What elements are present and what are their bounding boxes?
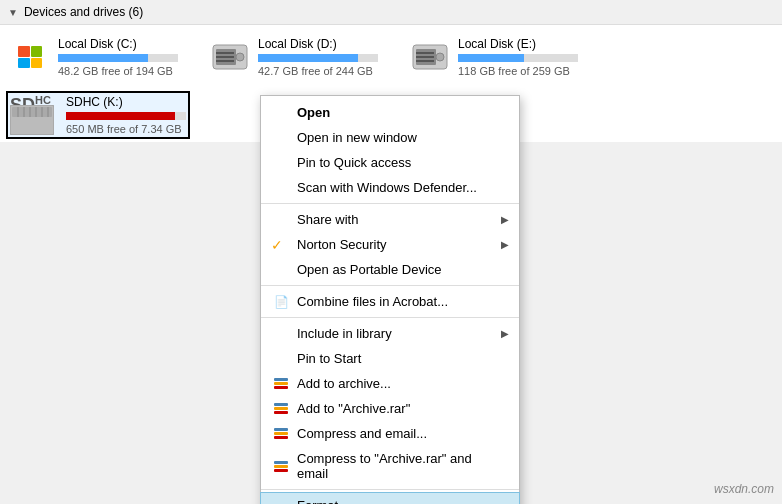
acrobat-icon: 📄 — [271, 295, 291, 309]
submenu-arrow-norton: ▶ — [501, 239, 509, 250]
drive-icon-e — [410, 39, 450, 75]
drive-icon-c — [10, 39, 50, 75]
drive-free-c: 48.2 GB free of 194 GB — [58, 65, 178, 77]
menu-separator-1 — [261, 203, 519, 204]
drive-info-d: Local Disk (D:) 42.7 GB free of 244 GB — [258, 37, 378, 77]
menu-label-open-new-window: Open in new window — [297, 130, 417, 145]
sd-icon-k: SDHC — [10, 95, 58, 135]
hdd-svg-e — [411, 40, 449, 74]
menu-label-pin-quick: Pin to Quick access — [297, 155, 411, 170]
svg-rect-10 — [416, 56, 434, 58]
menu-label-scan-defender: Scan with Windows Defender... — [297, 180, 477, 195]
menu-label-compress-archive-email: Compress to "Archive.rar" and email — [297, 451, 499, 481]
progress-bar-d — [258, 54, 378, 62]
menu-item-open-new-window[interactable]: Open in new window — [261, 125, 519, 150]
progress-fill-d — [258, 54, 358, 62]
drive-name-d: Local Disk (D:) — [258, 37, 378, 51]
menu-item-include-library[interactable]: Include in library ▶ — [261, 321, 519, 346]
svg-rect-3 — [216, 52, 234, 54]
menu-label-format: Format... — [297, 498, 349, 504]
svg-point-8 — [436, 53, 444, 61]
windows-logo-icon — [18, 46, 42, 68]
hdd-svg-d — [211, 40, 249, 74]
menu-label-combine-acrobat: Combine files in Acrobat... — [297, 294, 448, 309]
progress-fill-k — [66, 112, 175, 120]
menu-separator-2 — [261, 285, 519, 286]
progress-bar-k — [66, 112, 186, 120]
drive-info-e: Local Disk (E:) 118 GB free of 259 GB — [458, 37, 578, 77]
menu-item-compress-archive-email[interactable]: Compress to "Archive.rar" and email — [261, 446, 519, 486]
winrar-icon-3 — [271, 428, 291, 439]
drive-item-k[interactable]: SDHC SDHC (K:) 650 MB free of 7.34 GB — [8, 93, 188, 137]
menu-item-open[interactable]: Open — [261, 100, 519, 125]
context-menu: Open Open in new window Pin to Quick acc… — [260, 95, 520, 504]
menu-item-add-archive-rar[interactable]: Add to "Archive.rar" — [261, 396, 519, 421]
section-header: ▼ Devices and drives (6) — [0, 0, 782, 25]
menu-item-compress-email[interactable]: Compress and email... — [261, 421, 519, 446]
menu-item-pin-quick[interactable]: Pin to Quick access — [261, 150, 519, 175]
menu-label-compress-email: Compress and email... — [297, 426, 427, 441]
menu-item-scan-defender[interactable]: Scan with Windows Defender... — [261, 175, 519, 200]
svg-point-2 — [236, 53, 244, 61]
watermark: wsxdn.com — [714, 482, 774, 496]
sd-card-svg — [10, 105, 54, 135]
section-chevron-icon[interactable]: ▼ — [8, 7, 18, 18]
menu-label-norton: Norton Security — [297, 237, 387, 252]
drive-icon-d — [210, 39, 250, 75]
menu-label-add-archive-rar: Add to "Archive.rar" — [297, 401, 410, 416]
drive-name-k: SDHC (K:) — [66, 95, 186, 109]
drive-item-c[interactable]: Local Disk (C:) 48.2 GB free of 194 GB — [8, 35, 188, 79]
drives-grid: Local Disk (C:) 48.2 GB free of 194 GB L… — [0, 25, 782, 89]
menu-label-share-with: Share with — [297, 212, 358, 227]
winrar-icon-1 — [271, 378, 291, 389]
menu-label-portable: Open as Portable Device — [297, 262, 442, 277]
winrar-icon-2 — [271, 403, 291, 414]
menu-separator-4 — [261, 489, 519, 490]
progress-bar-e — [458, 54, 578, 62]
drive-item-e[interactable]: Local Disk (E:) 118 GB free of 259 GB — [408, 35, 588, 79]
drive-free-d: 42.7 GB free of 244 GB — [258, 65, 378, 77]
menu-item-add-archive[interactable]: Add to archive... — [261, 371, 519, 396]
drive-free-e: 118 GB free of 259 GB — [458, 65, 578, 77]
menu-separator-3 — [261, 317, 519, 318]
norton-check-icon: ✓ — [271, 237, 283, 253]
menu-item-pin-start[interactable]: Pin to Start — [261, 346, 519, 371]
menu-label-add-archive: Add to archive... — [297, 376, 391, 391]
submenu-arrow-library: ▶ — [501, 328, 509, 339]
progress-fill-c — [58, 54, 148, 62]
winrar-icon-4 — [271, 461, 291, 472]
submenu-arrow-share: ▶ — [501, 214, 509, 225]
svg-rect-9 — [416, 52, 434, 54]
drive-info-c: Local Disk (C:) 48.2 GB free of 194 GB — [58, 37, 178, 77]
svg-rect-5 — [216, 60, 234, 62]
menu-label-open: Open — [297, 105, 330, 120]
progress-bar-c — [58, 54, 178, 62]
menu-item-format[interactable]: Format... — [261, 493, 519, 504]
menu-label-pin-start: Pin to Start — [297, 351, 361, 366]
drive-name-e: Local Disk (E:) — [458, 37, 578, 51]
svg-rect-4 — [216, 56, 234, 58]
menu-item-norton[interactable]: ✓ Norton Security ▶ — [261, 232, 519, 257]
menu-item-portable[interactable]: Open as Portable Device — [261, 257, 519, 282]
menu-item-combine-acrobat[interactable]: 📄 Combine files in Acrobat... — [261, 289, 519, 314]
menu-item-share-with[interactable]: Share with ▶ — [261, 207, 519, 232]
menu-label-include-library: Include in library — [297, 326, 392, 341]
drive-item-d[interactable]: Local Disk (D:) 42.7 GB free of 244 GB — [208, 35, 388, 79]
drive-info-k: SDHC (K:) 650 MB free of 7.34 GB — [66, 95, 186, 135]
drive-name-c: Local Disk (C:) — [58, 37, 178, 51]
drive-free-k: 650 MB free of 7.34 GB — [66, 123, 186, 135]
section-title: Devices and drives (6) — [24, 5, 143, 19]
svg-rect-11 — [416, 60, 434, 62]
progress-fill-e — [458, 54, 524, 62]
